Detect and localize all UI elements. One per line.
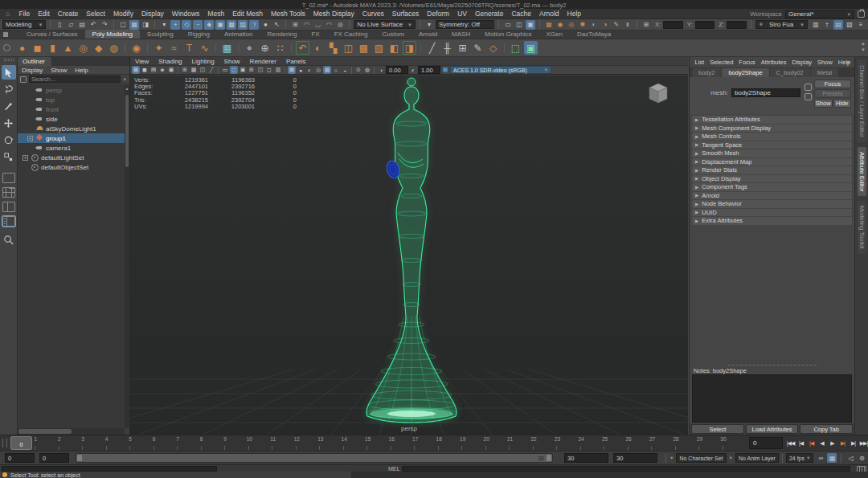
viewport-menu-view[interactable]: View	[130, 58, 154, 65]
ae-menu-focus[interactable]: Focus	[736, 59, 758, 66]
frame-28[interactable]: 28	[675, 435, 698, 451]
resolution-gate-icon[interactable]: ◻	[230, 66, 238, 74]
mask-surfaces-icon[interactable]: ◈	[204, 20, 214, 30]
view-cube[interactable]	[646, 81, 670, 105]
loop-mode-icon[interactable]: ∞	[816, 453, 825, 463]
frame-4[interactable]: 4	[106, 435, 129, 451]
section-uuid[interactable]: ▶UUID	[692, 209, 852, 217]
render-layer3-icon[interactable]: ▣	[526, 20, 535, 30]
snap-together-icon[interactable]: ▣	[524, 41, 538, 55]
poly-cone-icon[interactable]: ▲	[61, 41, 75, 55]
snap-point-icon[interactable]: ◡	[313, 20, 322, 30]
wireframe-icon[interactable]: ▦	[288, 66, 296, 74]
axis-input-z[interactable]	[727, 21, 746, 29]
save-scene-icon[interactable]: ▤	[77, 20, 87, 30]
platonic-solid-icon[interactable]: ◉	[129, 41, 143, 55]
open-render-view-icon[interactable]: ▦	[544, 20, 554, 30]
undo-icon[interactable]: ↶	[88, 20, 98, 30]
menu-display[interactable]: Display	[137, 10, 168, 18]
ae-menu-display[interactable]: Display	[789, 59, 815, 66]
outliner-item-camera1[interactable]: camera1	[18, 143, 125, 153]
live-object-icon[interactable]: ⬚	[509, 41, 522, 55]
shelf-tab-rigging[interactable]: Rigging	[181, 30, 217, 39]
step-forward-key-button[interactable]: ▶|	[837, 440, 848, 447]
section-tessellation-attributes[interactable]: ▶Tessellation Attributes	[692, 116, 852, 124]
snap-plane-icon[interactable]: ◠	[324, 20, 334, 30]
frame-20[interactable]: 20	[485, 435, 509, 451]
textured-icon[interactable]: ◐	[305, 66, 313, 74]
outliner-menu-show[interactable]: Show	[47, 67, 71, 74]
ae-tab-metal[interactable]: Metal	[811, 68, 838, 77]
shelf-menu-icon[interactable]	[3, 32, 8, 37]
shelf-tab-curves-surfaces[interactable]: Curves / Surfaces	[19, 30, 85, 39]
select-camera-icon[interactable]: ▦	[132, 66, 140, 74]
combine-icon[interactable]: ▚	[326, 41, 340, 55]
section-component-tags[interactable]: ▶Component Tags	[692, 183, 852, 191]
sidebar-modeling-toolkit-icon[interactable]: ▥	[811, 20, 821, 30]
outliner-search-dropdown-icon[interactable]: ▼	[123, 77, 127, 82]
command-result-field[interactable]	[402, 466, 850, 472]
mask-curves-icon[interactable]: ~	[193, 20, 203, 30]
outliner-item-side[interactable]: side	[18, 114, 125, 124]
fps-dropdown[interactable]: 24 fps▼	[786, 453, 814, 463]
hide-button[interactable]: Hide	[833, 99, 852, 108]
time-slider[interactable]: 0123456789101112131415161718192021222324…	[0, 435, 868, 451]
menu-mesh[interactable]: Mesh	[203, 10, 228, 18]
shelf-tab-fx[interactable]: FX	[304, 30, 326, 39]
shelf-tab-daztomaya[interactable]: DazToMaya	[570, 30, 618, 39]
ae-menu-show[interactable]: Show	[815, 59, 836, 66]
mesh-name-field[interactable]: body2Shape	[731, 88, 800, 97]
side-tab-channel-box-layer-editor[interactable]: Channel Box / Layer Editor	[858, 60, 866, 142]
menu-generate[interactable]: Generate	[471, 10, 507, 18]
anim-layer-dropdown[interactable]: No Anim Layer	[735, 453, 779, 463]
step-forward-frame-button[interactable]: ▶|	[848, 440, 858, 447]
range-end-handle[interactable]	[547, 455, 551, 461]
output-connections-icon[interactable]	[805, 93, 812, 100]
layout-single-pane[interactable]	[2, 173, 15, 183]
current-time-marker[interactable]: 0	[10, 436, 32, 450]
load-attributes-button[interactable]: Load Attributes	[746, 424, 799, 434]
render-settings-icon[interactable]: ✱	[578, 20, 588, 30]
new-scene-icon[interactable]: ▯	[55, 20, 64, 30]
open-scene-icon[interactable]: ▱	[66, 20, 76, 30]
command-input[interactable]	[2, 466, 217, 472]
notes-divider[interactable]	[728, 365, 817, 366]
step-back-key-button[interactable]: |◀	[806, 440, 817, 447]
presets-button[interactable]: Presets	[814, 89, 851, 98]
field-chart-icon[interactable]: ⊞	[248, 66, 256, 74]
poly-cylinder-icon[interactable]: ▮	[46, 41, 59, 55]
expand-icon[interactable]: +	[23, 155, 28, 161]
ae-menu-selected[interactable]: Selected	[707, 59, 736, 66]
absolute-relative-icon[interactable]: ⊞	[641, 20, 651, 30]
frame-30[interactable]: 30	[723, 435, 746, 451]
clamp-playback-icon[interactable]: ▦	[827, 453, 837, 463]
frame-10[interactable]: 10	[248, 435, 272, 451]
camera-attributes-icon[interactable]: ▤	[149, 66, 158, 74]
notes-textarea[interactable]	[692, 374, 852, 423]
pause-viewport-icon[interactable]: ‖	[623, 20, 633, 30]
mel-label[interactable]: MEL	[388, 466, 399, 472]
expand-icon[interactable]: +	[27, 136, 33, 141]
zoom-tool[interactable]	[2, 232, 16, 247]
shelf-tab-mash[interactable]: MASH	[444, 30, 477, 39]
frame-27[interactable]: 27	[651, 435, 674, 451]
make-live-icon[interactable]: ◎	[335, 20, 345, 30]
frame-7[interactable]: 7	[177, 435, 200, 451]
menu-help[interactable]: Help	[563, 10, 585, 18]
workspace-dropdown[interactable]: General*▼	[785, 10, 854, 18]
menu-mesh-display[interactable]: Mesh Display	[309, 10, 358, 18]
xray-icon[interactable]: ◍	[363, 66, 371, 74]
input-connections-icon[interactable]	[805, 84, 812, 91]
mask-dropdown-icon[interactable]: ▾	[159, 20, 169, 30]
show-button[interactable]: Show	[814, 99, 833, 108]
color-management-icon[interactable]: ▦	[441, 66, 449, 74]
go-to-end-button[interactable]: ▶▶|	[858, 440, 868, 447]
snap-grid-icon[interactable]: ⊞	[290, 20, 300, 30]
copy-tab-button[interactable]: Copy Tab	[800, 424, 853, 434]
poly-text-icon[interactable]: T	[182, 41, 196, 55]
layout-outliner-persp[interactable]	[2, 216, 15, 227]
menu-edit[interactable]: Edit	[34, 10, 54, 18]
home-icon[interactable]: ⌂	[6, 10, 10, 18]
menu-mesh-tools[interactable]: Mesh Tools	[267, 10, 309, 18]
shelf-tab-arnold[interactable]: Arnold	[411, 30, 444, 39]
